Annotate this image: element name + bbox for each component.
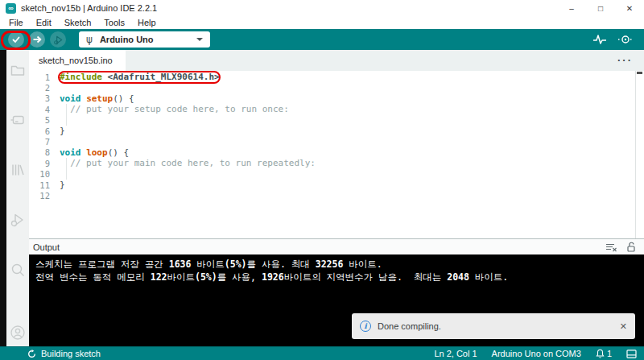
menu-bar: FileEditSketchToolsHelp <box>0 16 644 29</box>
code-text: } <box>60 126 65 136</box>
maximize-button[interactable]: □ <box>586 0 615 16</box>
menu-item-help[interactable]: Help <box>131 18 163 27</box>
window-controls: – □ ✕ <box>557 0 644 16</box>
sidebar-item-boards-manager[interactable] <box>9 111 27 129</box>
search-icon <box>10 262 26 278</box>
title-bar: ∞ sketch_nov15b | Arduino IDE 2.2.1 – □ … <box>0 0 644 16</box>
menu-item-edit[interactable]: Edit <box>30 18 58 27</box>
upload-button[interactable] <box>29 31 45 48</box>
window-left-edge <box>0 50 6 346</box>
line-number: 6 <box>29 126 60 136</box>
editor-scrollbar[interactable] <box>635 71 644 238</box>
code-line-9[interactable]: 9 // put your main code here, to run rep… <box>29 158 644 168</box>
app-icon: ∞ <box>6 3 16 14</box>
tab-bar: sketch_nov15b.ino ··· <box>29 50 644 71</box>
line-number: 10 <box>29 169 60 179</box>
debug-icon <box>53 35 64 45</box>
folder-icon <box>10 62 26 78</box>
code-text: // put your main code here, to run repea… <box>60 158 316 168</box>
close-button[interactable]: ✕ <box>615 0 644 16</box>
window-title: sketch_nov15b | Arduino IDE 2.2.1 <box>21 3 157 13</box>
code-text: } <box>60 180 65 190</box>
output-panel-header: Output <box>29 238 644 254</box>
autoscroll-lock-icon[interactable] <box>626 242 636 252</box>
tab-overflow-menu[interactable]: ··· <box>617 56 633 64</box>
line-number: 2 <box>29 83 60 93</box>
minimize-button[interactable]: – <box>557 0 586 16</box>
status-building-label: Building sketch <box>41 349 101 358</box>
board-selector-label: Arduino Uno <box>100 35 154 44</box>
code-line-6[interactable]: 6} <box>29 126 644 136</box>
code-line-3[interactable]: 3void setup() { <box>29 93 644 104</box>
toolbar: ψ Arduino Uno <box>0 29 644 50</box>
code-line-7[interactable]: 7 <box>29 136 644 147</box>
console-text: 스케치는 프로그램 저장 공간 1636 바이트(5%)를 사용. 최대 322… <box>35 258 644 283</box>
code-text: void setup() { <box>60 93 134 104</box>
arrow-right-icon <box>32 35 42 44</box>
sidebar-item-search[interactable] <box>9 261 27 279</box>
verify-button[interactable] <box>8 31 24 48</box>
code-text: void loop() { <box>60 147 129 158</box>
line-number: 8 <box>29 147 60 157</box>
sidebar-item-debug[interactable] <box>9 211 27 229</box>
toast-message: Done compiling. <box>378 321 441 331</box>
done-compiling-toast: i Done compiling. ✕ <box>352 313 635 339</box>
bell-icon <box>596 349 605 358</box>
editor-content: sketch_nov15b.ino ··· 1#include <Adafrui… <box>29 50 644 346</box>
output-console[interactable]: 스케치는 프로그램 저장 공간 1636 바이트(5%)를 사용. 최대 322… <box>29 254 644 346</box>
code-line-4[interactable]: 4 // put your setup code here, to run on… <box>29 104 644 114</box>
account-icon <box>9 324 27 341</box>
menu-item-tools[interactable]: Tools <box>97 18 131 27</box>
debug-button[interactable] <box>50 31 66 48</box>
code-lines: 1#include <Adafruit_MLX90614.h>23void se… <box>29 72 644 201</box>
code-line-12[interactable]: 12 <box>29 190 644 201</box>
debug-play-bug-icon <box>10 212 26 228</box>
console-line: 전역 변수는 동적 메모리 122바이트(5%)를 사용, 1926바이트의 지… <box>35 271 644 283</box>
line-number: 11 <box>29 180 60 190</box>
code-line-5[interactable]: 5 <box>29 115 644 126</box>
arduino-ide-window: ∞ sketch_nov15b | Arduino IDE 2.2.1 – □ … <box>0 0 644 360</box>
board-selector-dropdown[interactable]: ψ Arduino Uno <box>79 31 210 48</box>
sidebar-item-sketchbook[interactable] <box>9 61 27 79</box>
clear-output-icon[interactable] <box>605 242 617 252</box>
notification-count: 1 <box>607 349 612 358</box>
line-number: 7 <box>29 137 60 147</box>
board-port-status[interactable]: Arduino Uno on COM3 <box>492 349 581 358</box>
serial-monitor-icon[interactable] <box>617 34 634 45</box>
line-number: 4 <box>29 105 60 114</box>
tab-sketch-ino[interactable]: sketch_nov15b.ino <box>29 50 126 71</box>
menu-item-sketch[interactable]: Sketch <box>58 18 98 27</box>
usb-icon: ψ <box>86 34 93 45</box>
output-panel-title: Output <box>33 242 60 252</box>
line-number: 9 <box>29 159 60 168</box>
books-icon <box>10 162 26 178</box>
line-number: 12 <box>29 191 60 201</box>
code-text: #include <Adafruit_MLX90614.h> <box>60 72 220 82</box>
toast-close-icon[interactable]: ✕ <box>620 320 627 333</box>
code-line-8[interactable]: 8void loop() { <box>29 147 644 158</box>
code-line-10[interactable]: 10 <box>29 169 644 180</box>
code-text: // put your setup code here, to run once… <box>60 104 289 114</box>
spinner-icon <box>27 350 36 358</box>
main-area: sketch_nov15b.ino ··· 1#include <Adafrui… <box>0 50 644 346</box>
notifications-bell[interactable]: 1 <box>596 349 612 358</box>
console-line: 스케치는 프로그램 저장 공간 1636 바이트(5%)를 사용. 최대 322… <box>35 258 644 271</box>
status-bar: Building sketch Ln 2, Col 1 Arduino Uno … <box>0 346 644 360</box>
scrollbar-marker <box>637 72 642 74</box>
chevron-down-icon <box>196 38 203 41</box>
code-line-11[interactable]: 11} <box>29 180 644 190</box>
check-icon <box>11 35 21 44</box>
cursor-position[interactable]: Ln 2, Col 1 <box>434 349 477 358</box>
toggle-panel-icon[interactable] <box>626 350 637 358</box>
toolbar-right-icons <box>592 34 634 45</box>
sidebar-item-library-manager[interactable] <box>9 161 27 179</box>
code-line-2[interactable]: 2 <box>29 82 644 93</box>
activity-sidebar <box>6 50 29 346</box>
menu-item-file[interactable]: File <box>2 18 30 27</box>
line-number: 1 <box>29 72 60 82</box>
code-editor[interactable]: 1#include <Adafruit_MLX90614.h>23void se… <box>29 71 644 238</box>
info-icon: i <box>360 321 371 332</box>
sidebar-item-account[interactable] <box>9 324 27 341</box>
code-line-1[interactable]: 1#include <Adafruit_MLX90614.h> <box>29 72 644 82</box>
serial-plotter-icon[interactable] <box>592 34 607 45</box>
